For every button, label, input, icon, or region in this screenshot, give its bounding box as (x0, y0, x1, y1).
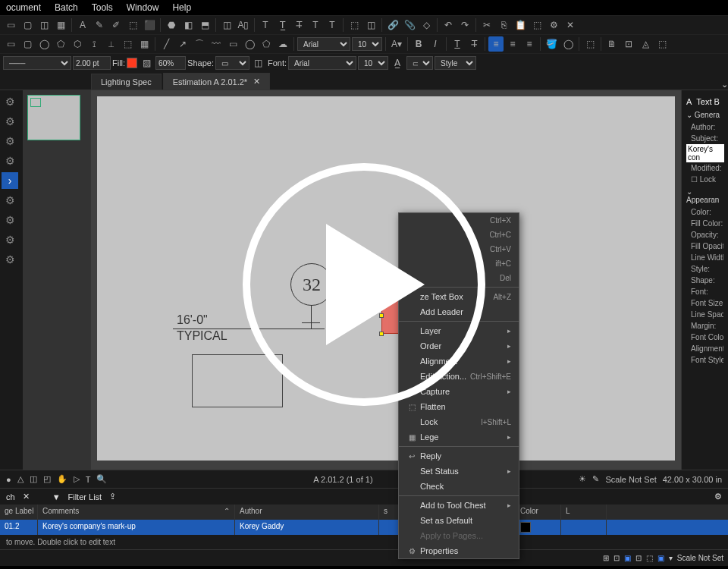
tab-lighting-spec[interactable]: Lighting Spec (91, 74, 162, 90)
col-author[interactable]: Author (235, 505, 379, 520)
tool-icon[interactable]: T (258, 17, 273, 33)
context-menu-item[interactable]: Capture▸ (399, 384, 519, 399)
arc-icon[interactable]: ⌒ (192, 36, 207, 52)
rect-icon[interactable]: ▭ (225, 36, 240, 52)
text-align-select[interactable]: ▭ (406, 56, 433, 70)
tool-icon[interactable]: ⬚ (120, 36, 135, 52)
menu-batch[interactable]: Batch (55, 2, 78, 13)
context-menu-item[interactable]: ⚙Properties (399, 543, 519, 558)
tool-icon[interactable]: ⬚ (125, 17, 140, 33)
page-icon[interactable]: 🗎 (604, 36, 620, 52)
font-size-select[interactable]: 10 (358, 56, 388, 70)
context-menu-item[interactable]: Edit Action...Ctrl+Shift+E (399, 369, 519, 384)
context-menu-item[interactable]: Set Status▸ (399, 464, 519, 479)
tool-icon[interactable]: ▾ (669, 554, 673, 562)
tool-icon[interactable]: ⊡ (635, 554, 642, 562)
font-color-icon[interactable]: A̲ (390, 55, 405, 71)
polyline-icon[interactable]: 〰 (209, 36, 224, 52)
tool-icon[interactable]: T (325, 17, 340, 33)
document-canvas[interactable]: 16'-0" TYPICAL 32 (97, 96, 675, 461)
tool-icon[interactable]: ⬒ (197, 17, 212, 33)
callout-icon[interactable]: A▯ (236, 17, 251, 33)
gear-icon[interactable]: ⚙ (2, 192, 18, 209)
scale-label[interactable]: Scale Not Set (605, 475, 656, 484)
tool-icon[interactable]: ⬚ (529, 17, 544, 33)
context-menu-item[interactable]: Del (399, 271, 519, 285)
tab-dropdown-icon[interactable]: ⌄ (721, 80, 728, 90)
gear-icon[interactable]: ⚙ (2, 152, 18, 169)
tool-icon[interactable]: ⬚ (582, 36, 598, 52)
context-menu-item[interactable]: Check (399, 479, 519, 494)
tool-icon[interactable]: T̲ (275, 17, 290, 33)
snap-icon[interactable]: ⊡ (613, 554, 620, 562)
gear-icon[interactable]: ⚙ (2, 133, 18, 149)
tool-icon[interactable]: T̶ (291, 17, 306, 33)
menu-window[interactable]: Window (127, 2, 159, 13)
attachment-icon[interactable]: 📎 (402, 17, 417, 33)
align-center-icon[interactable]: ≡ (505, 36, 520, 52)
tool-icon[interactable]: ▭ (3, 17, 18, 33)
gear-icon[interactable]: ⚙ (2, 251, 18, 268)
line-icon[interactable]: ╱ (158, 36, 174, 52)
tool-icon[interactable]: ◫ (219, 17, 234, 33)
font-size-select[interactable]: 10 (352, 37, 382, 51)
context-menu-item[interactable]: Set as Default (399, 513, 519, 528)
grid-icon[interactable]: ⊞ (603, 554, 609, 562)
chevron-right-icon[interactable]: › (2, 172, 18, 189)
context-menu-item[interactable]: ift+C (399, 256, 519, 271)
context-menu-item[interactable]: Lockl+Shift+L (399, 414, 519, 429)
nav-icon[interactable]: ● (6, 475, 11, 484)
line-width-input[interactable] (73, 56, 111, 70)
tool-icon[interactable]: ▢ (20, 17, 35, 33)
tool-icon[interactable]: ▦ (53, 17, 68, 33)
nav-icon[interactable]: ◫ (30, 474, 37, 484)
close-icon[interactable]: ✕ (253, 77, 260, 86)
italic-icon[interactable]: I (428, 36, 443, 52)
measure-icon[interactable]: ⟟ (86, 36, 102, 52)
style-select[interactable]: Style (435, 56, 476, 70)
filter-label[interactable]: Filter List (68, 492, 102, 501)
tool-icon[interactable]: T (308, 17, 323, 33)
context-menu-item[interactable]: Layer▸ (399, 323, 519, 338)
brightness-icon[interactable]: ☀ (579, 474, 586, 484)
context-menu-item[interactable]: Ctrl+C (399, 228, 519, 242)
tool-icon[interactable]: ◧ (180, 17, 196, 33)
paste-icon[interactable]: 📋 (513, 17, 528, 33)
col-layer[interactable]: L (561, 505, 607, 520)
tool-icon[interactable]: ◫ (251, 55, 266, 71)
shape-icon[interactable]: ▢ (20, 36, 35, 52)
font-select[interactable]: Arial (288, 56, 356, 70)
nav-icon[interactable]: ◰ (43, 474, 51, 484)
tool-icon[interactable]: ◯ (560, 36, 576, 52)
redo-icon[interactable]: ↷ (457, 17, 472, 33)
tool-icon[interactable]: ▣ (624, 554, 631, 562)
col-label[interactable]: ge Label (0, 505, 38, 520)
tab-estimation[interactable]: Estimation A 2.01.2*✕ (163, 73, 270, 90)
context-menu-item[interactable]: Ctrl+V (399, 242, 519, 256)
text-tool-icon[interactable]: A (75, 17, 90, 33)
shape-icon[interactable]: ⬠ (53, 36, 68, 52)
col-comments[interactable]: Comments ⌃ (38, 505, 235, 520)
fill-color-swatch[interactable] (127, 58, 137, 68)
tool-icon[interactable]: ◫ (363, 17, 378, 33)
polygon-icon[interactable]: ⬠ (259, 36, 274, 52)
edit-icon[interactable]: ✎ (592, 474, 599, 484)
tool-icon[interactable]: ⬚ (646, 554, 653, 562)
general-section[interactable]: ⌄ Genera (686, 108, 723, 121)
select-icon[interactable]: ▷ (74, 474, 80, 484)
stamp-icon[interactable]: ⬣ (164, 17, 179, 33)
font-family-select[interactable]: Arial (297, 37, 350, 51)
subject-input[interactable]: Korey's con (686, 144, 724, 162)
highlighter-icon[interactable]: ✎ (92, 17, 107, 33)
context-menu-item[interactable]: Ctrl+X (399, 213, 519, 228)
eraser-icon[interactable]: ◇ (419, 17, 434, 33)
shape-icon[interactable]: ◯ (36, 36, 52, 52)
gear-icon[interactable]: ⚙ (2, 113, 18, 130)
pen-icon[interactable]: ✐ (108, 17, 124, 33)
context-menu-item[interactable]: Add Leader (399, 304, 519, 319)
tool-icon[interactable]: ◫ (36, 17, 52, 33)
gear-icon[interactable]: ⚙ (2, 212, 18, 228)
page-thumbnail[interactable] (27, 95, 80, 140)
cloud-icon[interactable]: ☁ (275, 36, 290, 52)
shape-icon[interactable]: ⬡ (70, 36, 85, 52)
